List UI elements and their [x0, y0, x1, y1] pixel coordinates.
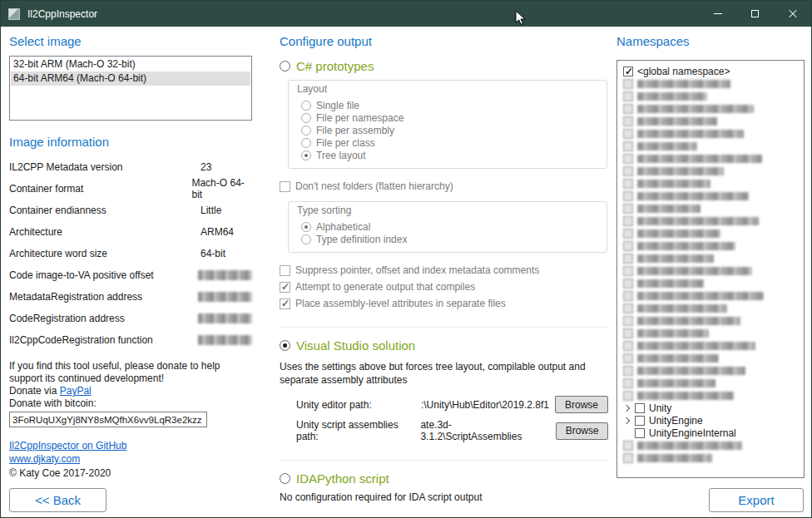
- namespace-item[interactable]: Unity: [621, 402, 800, 414]
- namespace-item-redacted[interactable]: [621, 215, 800, 227]
- namespace-item-redacted[interactable]: [621, 202, 800, 215]
- namespace-checkbox[interactable]: [623, 129, 633, 139]
- type-sorting-option[interactable]: Type definition index: [301, 233, 598, 245]
- namespace-item-redacted[interactable]: [621, 239, 800, 252]
- namespace-checkbox[interactable]: [623, 353, 633, 363]
- namespace-checkbox[interactable]: [623, 254, 633, 264]
- namespace-checkbox[interactable]: [623, 391, 633, 401]
- unityengineinternal-checkbox[interactable]: [635, 428, 645, 438]
- namespace-checkbox[interactable]: [623, 204, 633, 214]
- namespace-checkbox[interactable]: [623, 216, 633, 226]
- namespace-checkbox[interactable]: [623, 341, 633, 351]
- namespace-item-redacted[interactable]: [621, 339, 800, 352]
- namespace-item-redacted[interactable]: [621, 102, 800, 115]
- namespace-checkbox[interactable]: [623, 166, 633, 176]
- namespace-item-redacted[interactable]: [621, 165, 800, 177]
- namespace-item-redacted[interactable]: [621, 352, 800, 364]
- namespace-item-redacted[interactable]: [621, 90, 800, 102]
- namespace-checkbox[interactable]: [623, 279, 633, 289]
- namespace-checkbox[interactable]: [623, 316, 633, 326]
- namespace-item[interactable]: <global namespace>: [621, 65, 800, 77]
- namespace-item-redacted[interactable]: [621, 264, 800, 277]
- namespace-item[interactable]: UnityEngine: [621, 414, 800, 427]
- namespace-checkbox[interactable]: [623, 79, 633, 89]
- namespace-item-redacted[interactable]: [621, 439, 800, 451]
- unity-assemblies-path-value[interactable]: ate.3d-3.1.2\ScriptAssemblies: [420, 419, 550, 442]
- csharp-prototypes-radio[interactable]: [280, 61, 290, 72]
- expander-icon[interactable]: [623, 404, 631, 412]
- layout-option[interactable]: File per namespace: [301, 111, 598, 124]
- csharp-prototypes-option[interactable]: C# prototypes: [280, 59, 608, 73]
- tree-layout-radio[interactable]: [301, 150, 311, 160]
- namespace-item-redacted[interactable]: [621, 115, 800, 127]
- namespace-checkbox[interactable]: [623, 191, 633, 201]
- back-button[interactable]: << Back: [9, 488, 106, 512]
- namespace-item-redacted[interactable]: [621, 152, 800, 165]
- namespace-checkbox[interactable]: [623, 291, 633, 301]
- namespace-item-redacted[interactable]: [621, 77, 800, 90]
- namespace-checkbox[interactable]: [623, 91, 633, 101]
- namespace-checkbox[interactable]: [623, 441, 633, 451]
- file-per-assembly-radio[interactable]: [301, 126, 311, 136]
- namespace-item-redacted[interactable]: [621, 177, 800, 190]
- browse-unity-assemblies-button[interactable]: Browse: [556, 422, 608, 440]
- suppress-metadata-option[interactable]: Suppress pointer, offset and index metad…: [280, 264, 608, 276]
- flatten-hierarchy-checkbox[interactable]: [280, 181, 290, 192]
- namespaces-panel[interactable]: <global namespace> Unity UnityEngine Uni…: [616, 60, 805, 478]
- image-listbox[interactable]: 32-bit ARM (Mach-O 32-bit) 64-bit ARM64 …: [9, 56, 252, 121]
- namespace-item-redacted[interactable]: [621, 451, 800, 464]
- browse-unity-editor-button[interactable]: Browse: [555, 396, 608, 413]
- namespace-item-redacted[interactable]: [621, 127, 800, 140]
- namespace-item-redacted[interactable]: [621, 190, 800, 202]
- alphabetical-radio[interactable]: [301, 222, 311, 232]
- layout-option[interactable]: File per assembly: [301, 124, 598, 136]
- global-namespace-checkbox[interactable]: [623, 67, 633, 76]
- type-definition-index-radio[interactable]: [301, 234, 311, 244]
- namespace-item-redacted[interactable]: [621, 252, 800, 264]
- expander-icon[interactable]: [623, 417, 631, 424]
- idapython-option[interactable]: IDAPython script: [280, 471, 608, 486]
- visual-studio-option[interactable]: Visual Studio solution: [280, 338, 608, 353]
- compilable-output-checkbox[interactable]: [280, 282, 290, 293]
- type-sorting-option[interactable]: Alphabetical: [301, 220, 598, 233]
- visual-studio-radio[interactable]: [280, 340, 290, 351]
- namespace-checkbox[interactable]: [623, 266, 633, 276]
- namespace-item-redacted[interactable]: [621, 227, 800, 239]
- namespace-item-redacted[interactable]: [621, 302, 800, 314]
- website-link[interactable]: www.djkaty.com: [9, 453, 80, 465]
- layout-option[interactable]: Single file: [301, 99, 598, 111]
- compilable-output-option[interactable]: Attempt to generate output that compiles: [280, 281, 608, 293]
- namespace-checkbox[interactable]: [623, 104, 633, 114]
- namespace-checkbox[interactable]: [623, 453, 633, 463]
- unity-checkbox[interactable]: [635, 403, 645, 413]
- unityengine-checkbox[interactable]: [635, 416, 645, 426]
- file-per-class-radio[interactable]: [301, 138, 311, 148]
- close-button[interactable]: [774, 1, 811, 27]
- github-link[interactable]: Il2CppInspector on GitHub: [9, 440, 126, 451]
- namespace-checkbox[interactable]: [623, 366, 633, 376]
- list-item[interactable]: 64-bit ARM64 (Mach-O 64-bit): [11, 72, 250, 86]
- namespace-checkbox[interactable]: [623, 303, 633, 313]
- namespace-checkbox[interactable]: [623, 141, 633, 151]
- flatten-hierarchy-option[interactable]: Don't nest folders (flatten hierarchy): [280, 180, 608, 192]
- separate-attributes-checkbox[interactable]: [280, 298, 290, 309]
- minimize-button[interactable]: [699, 1, 736, 27]
- namespace-checkbox[interactable]: [623, 116, 633, 126]
- namespace-checkbox[interactable]: [623, 179, 633, 189]
- unity-editor-path-value[interactable]: :\Unity\Hub\Editor\2019.2.8f1: [421, 399, 549, 411]
- suppress-metadata-checkbox[interactable]: [280, 265, 290, 276]
- layout-option[interactable]: File per class: [301, 136, 598, 149]
- namespace-item[interactable]: UnityEngineInternal: [621, 427, 800, 439]
- single-file-radio[interactable]: [301, 101, 311, 111]
- file-per-namespace-radio[interactable]: [301, 113, 311, 123]
- paypal-link[interactable]: PayPal: [60, 385, 92, 397]
- namespace-item-redacted[interactable]: [621, 289, 800, 302]
- namespace-checkbox[interactable]: [623, 328, 633, 338]
- export-button[interactable]: Export: [709, 488, 804, 512]
- layout-option[interactable]: Tree layout: [301, 149, 598, 161]
- namespace-item-redacted[interactable]: [621, 389, 800, 402]
- list-item[interactable]: 32-bit ARM (Mach-O 32-bit): [11, 57, 250, 72]
- namespace-item-redacted[interactable]: [621, 377, 800, 389]
- namespace-checkbox[interactable]: [623, 154, 633, 164]
- namespace-item-redacted[interactable]: [621, 314, 800, 327]
